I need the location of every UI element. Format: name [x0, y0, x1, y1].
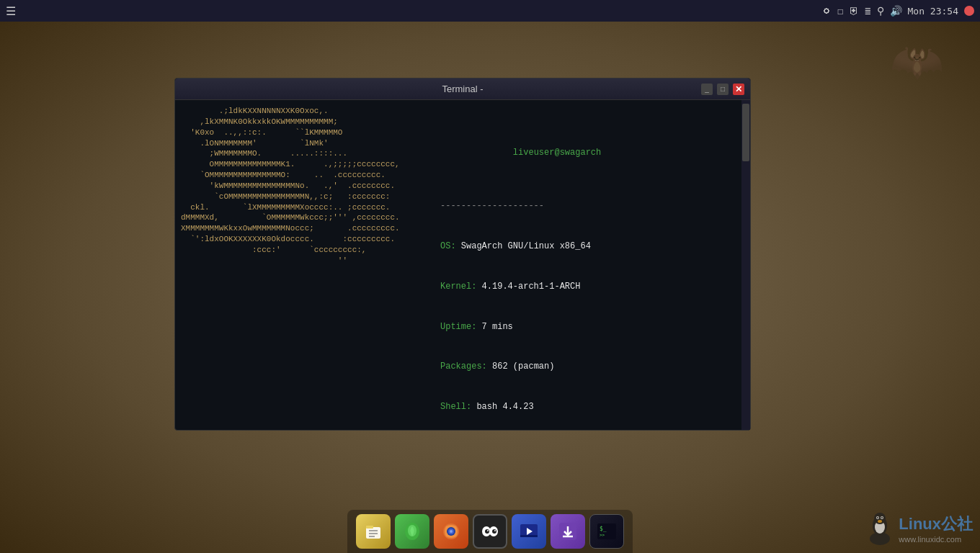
svg-point-16 [494, 530, 496, 531]
dock-item-player[interactable] [512, 514, 546, 549]
bat-decoration: 🦇 [890, 36, 944, 87]
network-icon[interactable]: ≣ [865, 5, 870, 17]
dock: $_ >> [347, 510, 633, 553]
svg-point-32 [877, 517, 878, 518]
scrollbar-thumb[interactable] [742, 104, 749, 161]
bluetooth-icon[interactable]: ⭘ [821, 5, 832, 17]
info-packages: Packages: 862 (pacman) [440, 360, 612, 374]
budgie-icon [401, 521, 423, 542]
hostname-user: liveuser [513, 148, 555, 158]
search-icon[interactable]: ⚲ [877, 5, 884, 17]
watermark-url: www.linuxidc.com [899, 535, 973, 544]
terminal-titlebar: Terminal - _ □ ✕ [175, 78, 750, 100]
info-uptime: Uptime: 7 mins [440, 320, 612, 334]
terminal-content[interactable]: .;ldkKXXNNNNNXXK0Oxoc,. ,lkXMMNK0OkkxkkO… [175, 100, 741, 430]
svg-point-34 [878, 520, 882, 523]
svg-point-13 [485, 529, 489, 534]
svg-text:>>: >> [600, 532, 605, 537]
display-icon[interactable]: ☐ [837, 5, 843, 17]
menu-icon[interactable]: ☰ [6, 4, 16, 18]
value-packages: 862 (pacman) [492, 361, 554, 372]
label-uptime: Uptime: [440, 322, 482, 332]
label-os: OS: [440, 241, 461, 251]
info-os: OS: SwagArch GNU/Linux x86_64 [440, 240, 612, 253]
dock-item-downloader[interactable] [551, 514, 585, 549]
svg-point-33 [881, 517, 883, 518]
svg-rect-19 [520, 535, 538, 537]
hostname-host: swagarch [560, 148, 602, 158]
terminal-window: Terminal - _ □ ✕ .;ldkKXXNNNNNXXK0Oxoc,.… [174, 78, 751, 431]
shield-icon[interactable]: ⛨ [849, 5, 859, 17]
label-packages: Packages: [440, 361, 492, 372]
value-os: SwagArch GNU/Linux x86_64 [461, 241, 591, 251]
watermark: Linux公社 www.linuxidc.com [865, 511, 973, 546]
watermark-brand: Linux公社 www.linuxidc.com [899, 513, 973, 544]
svg-point-15 [487, 530, 489, 531]
clock: Mon 23:54 [908, 6, 958, 17]
terminal-scrollbar[interactable] [741, 100, 750, 430]
value-kernel: 4.19.4-arch1-1-ARCH [482, 282, 581, 292]
info-shell: Shell: bash 4.4.23 [440, 400, 612, 414]
watermark-site-suffix: 公社 [941, 515, 973, 533]
files-icon [363, 521, 383, 541]
value-shell: bash 4.4.23 [476, 402, 533, 412]
volume-icon[interactable]: 🔊 [890, 5, 902, 17]
value-uptime: 7 mins [482, 322, 513, 332]
watermark-linux-text: Linux公社 [899, 513, 973, 535]
eyes-icon [479, 521, 501, 542]
minimize-button[interactable]: _ [701, 84, 713, 95]
topbar: ☰ ⭘ ☐ ⛨ ≣ ⚲ 🔊 Mon 23:54 [0, 0, 980, 22]
dock-item-browser[interactable] [434, 514, 468, 549]
tux-logo [865, 511, 894, 546]
info-separator: -------------------- [440, 199, 612, 213]
label-kernel: Kernel: [440, 282, 482, 292]
neofetch-output: .;ldkKXXNNNNNXXK0Oxoc,. ,lkXMMNK0OkkxkkO… [181, 106, 736, 430]
terminal-icon: $_ >> [596, 521, 618, 542]
svg-text:$_: $_ [600, 526, 607, 532]
close-button[interactable]: ✕ [733, 84, 744, 95]
svg-point-14 [492, 529, 496, 534]
info-kernel: Kernel: 4.19.4-arch1-1-ARCH [440, 280, 612, 294]
watermark-linux-word: Linux [899, 515, 941, 533]
svg-point-10 [450, 530, 453, 533]
dock-item-terminal[interactable]: $_ >> [589, 514, 624, 549]
dock-item-eyes[interactable] [473, 514, 507, 549]
terminal-body: .;ldkKXXNNNNNXXK0Oxoc,. ,lkXMMNK0OkkxkkO… [175, 100, 750, 430]
terminal-controls: _ □ ✕ [701, 84, 744, 95]
terminal-title: Terminal - [224, 84, 701, 94]
fox-icon [440, 521, 462, 542]
power-button[interactable] [964, 6, 974, 16]
topbar-left: ☰ [6, 4, 16, 18]
neofetch-art: .;ldkKXXNNNNNXXK0Oxoc,. ,lkXMMNK0OkkxkkO… [181, 106, 426, 430]
label-shell: Shell: [440, 402, 476, 412]
hostname-at: @ [554, 148, 559, 158]
download-icon [557, 521, 579, 542]
neofetch-info: liveuser@swagarch -------------------- O… [440, 106, 612, 430]
topbar-right: ⭘ ☐ ⛨ ≣ ⚲ 🔊 Mon 23:54 [821, 5, 974, 17]
maximize-button[interactable]: □ [717, 84, 729, 95]
svg-rect-1 [366, 526, 373, 529]
info-hostname-line: liveuser@swagarch [440, 132, 612, 173]
dock-item-budgie[interactable] [395, 514, 429, 549]
player-icon [518, 521, 540, 542]
dock-item-files[interactable] [356, 514, 391, 549]
